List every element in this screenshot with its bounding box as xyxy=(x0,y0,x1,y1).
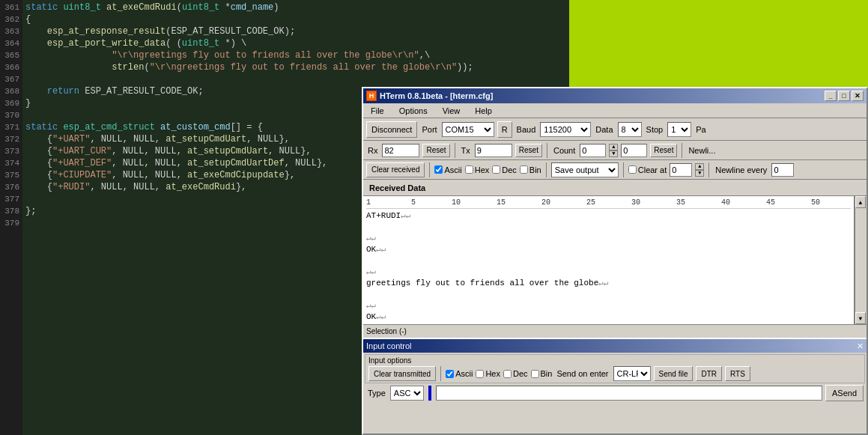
input-dec-label[interactable]: Dec xyxy=(503,369,528,378)
baud-label: Baud xyxy=(517,125,536,134)
selection-text: Selection (-) xyxy=(366,327,407,335)
reset-tx-button[interactable]: Reset xyxy=(515,144,542,157)
dtr-button[interactable]: DTR xyxy=(696,366,722,381)
data-display: 1 5 10 15 20 25 30 35 40 45 50 55 60 65 … xyxy=(363,196,855,324)
separator7 xyxy=(708,162,709,177)
rx-label: Rx xyxy=(368,146,377,155)
scroll-up-button[interactable]: ▲ xyxy=(855,196,866,208)
send-on-enter-select[interactable]: CR-LF xyxy=(613,366,651,381)
minimize-button[interactable]: _ xyxy=(825,91,837,101)
clear-at-value: 0 xyxy=(670,163,692,177)
menu-file[interactable]: File xyxy=(366,105,389,117)
input-bin-checkbox[interactable] xyxy=(531,370,539,378)
port-label: Port xyxy=(422,125,437,134)
hex-checkbox[interactable] xyxy=(465,165,473,174)
disconnect-button[interactable]: Disconnect xyxy=(366,121,417,138)
window-title: HTerm 0.8.1beta - [hterm.cfg] xyxy=(380,91,493,100)
data-line-8 xyxy=(366,289,851,300)
dec-checkbox-label[interactable]: Dec xyxy=(492,165,517,174)
hterm-window: H HTerm 0.8.1beta - [hterm.cfg] _ □ ✕ Fi… xyxy=(362,87,868,435)
save-output-select[interactable]: Save output xyxy=(551,162,619,177)
count-down[interactable]: ▼ xyxy=(609,150,618,157)
input-ascii-checkbox[interactable] xyxy=(446,370,454,378)
asend-button[interactable]: ASend xyxy=(825,385,864,401)
dec-checkbox[interactable] xyxy=(492,165,500,174)
close-button[interactable]: ✕ xyxy=(852,91,864,101)
menu-help[interactable]: Help xyxy=(470,105,497,117)
menu-options[interactable]: Options xyxy=(395,105,432,117)
separator1 xyxy=(455,143,455,158)
input-bin-text: Bin xyxy=(541,369,553,378)
text-input[interactable] xyxy=(436,386,822,401)
newline-every-label: Newline every xyxy=(715,165,767,174)
data-line-4: OK↵↵ xyxy=(366,244,851,255)
input-bin-label[interactable]: Bin xyxy=(531,369,553,378)
clear-transmitted-button[interactable]: Clear transmitted xyxy=(368,366,436,381)
data-select[interactable]: 8 xyxy=(618,122,642,137)
count-spinner[interactable]: ▲ ▼ xyxy=(609,144,618,157)
count-value: 0 xyxy=(580,144,606,157)
input-control-title: Input control xyxy=(366,341,412,350)
data-line-5 xyxy=(366,255,851,267)
bin-label: Bin xyxy=(529,165,541,174)
rts-button[interactable]: RTS xyxy=(725,366,750,381)
pa-label: Pa xyxy=(696,125,705,134)
data-line-1: AT+RUDI↵↵ xyxy=(366,210,851,222)
separator2 xyxy=(547,143,547,158)
send-on-enter-label: Send on enter xyxy=(556,369,608,378)
input-control-close[interactable]: ✕ xyxy=(857,341,864,351)
data-line-7: greetings fly out to friends all over th… xyxy=(366,278,851,289)
r-button[interactable]: R xyxy=(497,121,512,138)
scrollbar[interactable]: ▲ ▼ xyxy=(855,196,867,324)
clear-received-button[interactable]: Clear received xyxy=(366,162,425,177)
count-right-value: 0 xyxy=(621,144,647,157)
stop-select[interactable]: 1 xyxy=(667,122,691,137)
data-line-3: ↵↵ xyxy=(366,233,851,244)
ruler: 1 5 10 15 20 25 30 35 40 45 50 55 60 65 xyxy=(366,198,851,209)
scroll-down-button[interactable]: ▼ xyxy=(855,312,866,324)
bin-checkbox-label[interactable]: Bin xyxy=(520,165,541,174)
clear-at-spinner[interactable]: ▲ ▼ xyxy=(695,163,704,177)
ascii-checkbox-label[interactable]: Ascii xyxy=(434,165,461,174)
input-hex-checkbox[interactable] xyxy=(476,370,484,378)
title-bar: H HTerm 0.8.1beta - [hterm.cfg] _ □ ✕ xyxy=(363,88,867,103)
type-select[interactable]: ASC xyxy=(390,386,424,401)
clear-at-checkbox[interactable] xyxy=(628,165,637,174)
menu-bar: File Options View Help xyxy=(363,103,867,118)
ascii-checkbox[interactable] xyxy=(434,165,443,174)
clear-at-up[interactable]: ▲ xyxy=(695,163,704,170)
maximize-button[interactable]: □ xyxy=(838,91,850,101)
reset-count-button[interactable]: Reset xyxy=(650,144,677,157)
hex-checkbox-label[interactable]: Hex xyxy=(465,165,490,174)
menu-view[interactable]: View xyxy=(438,105,465,117)
input-dec-checkbox[interactable] xyxy=(503,370,512,378)
separator4 xyxy=(429,162,430,177)
baud-select[interactable]: 115200 xyxy=(540,122,591,137)
port-select[interactable]: COM15 xyxy=(442,122,494,137)
clear-at-down[interactable]: ▼ xyxy=(695,170,704,177)
input-control-header: Input control ✕ xyxy=(363,339,867,353)
dec-label: Dec xyxy=(502,165,517,174)
options-row: Clear received Ascii Hex Dec Bin Save ou… xyxy=(363,160,867,180)
input-ascii-label[interactable]: Ascii xyxy=(446,369,473,378)
input-control: Input control ✕ Input options Clear tran… xyxy=(363,338,867,403)
newline-value: 0 xyxy=(771,163,794,177)
selection-bar: Selection (-) xyxy=(363,324,867,338)
rx-value: 82 xyxy=(382,144,419,157)
scroll-track xyxy=(855,208,867,312)
separator8 xyxy=(440,366,441,381)
data-line-10: OK↵↵ xyxy=(366,311,851,323)
input-dec-text: Dec xyxy=(513,369,528,378)
received-header: Received Data xyxy=(363,180,867,196)
reset-rx-button[interactable]: Reset xyxy=(422,144,449,157)
received-title: Received Data xyxy=(369,183,425,192)
count-up[interactable]: ▲ xyxy=(609,144,618,150)
tx-value: 9 xyxy=(475,144,512,157)
separator3 xyxy=(682,143,682,158)
bin-checkbox[interactable] xyxy=(520,165,528,174)
rxtx-row: Rx 82 Reset Tx 9 Reset Count 0 ▲ ▼ 0 Res… xyxy=(363,141,867,160)
data-line-2 xyxy=(366,222,851,233)
toolbar-row: Disconnect Port COM15 R Baud 115200 Data… xyxy=(363,118,867,141)
send-file-button[interactable]: Send file xyxy=(654,366,694,381)
input-hex-label[interactable]: Hex xyxy=(476,369,500,378)
